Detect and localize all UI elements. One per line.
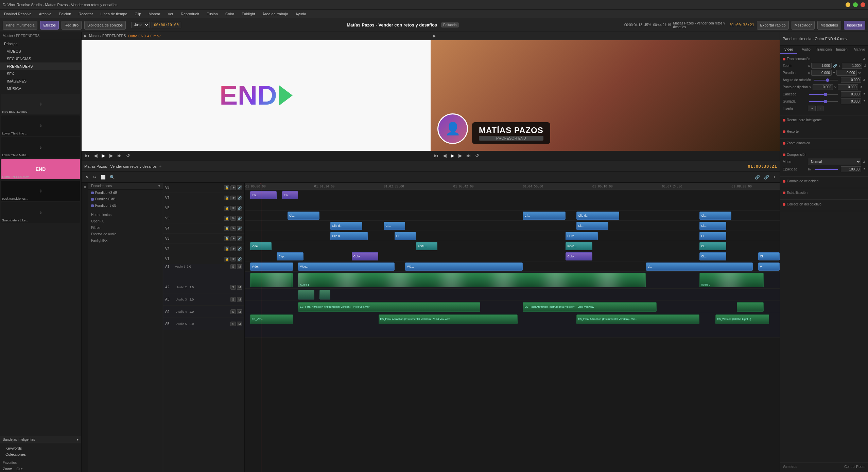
pos-x-input[interactable] bbox=[811, 70, 832, 76]
clip-a4-1[interactable]: ES_Fatal Attraction (Instrumental Versio… bbox=[379, 314, 518, 324]
playhead[interactable] bbox=[261, 183, 261, 472]
v6-link[interactable]: 🔗 bbox=[237, 206, 242, 211]
window-controls[interactable] bbox=[846, 2, 865, 7]
a1-s[interactable]: S bbox=[230, 264, 236, 269]
menu-clip[interactable]: Clip bbox=[133, 11, 142, 17]
clip-v4-3[interactable]: Cl... bbox=[699, 232, 726, 240]
v1-link[interactable]: 🔗 bbox=[237, 257, 242, 261]
a1-m[interactable]: M bbox=[237, 264, 242, 269]
clip-v4-0[interactable]: Clip d... bbox=[330, 232, 368, 240]
keywords-item[interactable]: Keywords bbox=[3, 445, 79, 451]
yaw-reset[interactable]: ↺ bbox=[863, 99, 865, 103]
tools-item-0[interactable]: Herramientas bbox=[91, 212, 160, 218]
clip-v5-1[interactable]: Cl... bbox=[384, 222, 405, 230]
zoom-reset[interactable]: ↺ bbox=[864, 64, 866, 68]
menu-recortar[interactable]: Recortar bbox=[77, 11, 94, 17]
menu-davinci[interactable]: DaVinci Resolve bbox=[3, 11, 33, 17]
clip-v3-2[interactable]: FOM... bbox=[566, 242, 592, 250]
nav-sfx[interactable]: SFX bbox=[0, 70, 81, 77]
nav-prerenders[interactable]: PRERENDERS bbox=[0, 62, 81, 70]
fit-dropdown[interactable]: Justa bbox=[131, 22, 150, 28]
menu-ayuda[interactable]: Ayuda bbox=[294, 11, 308, 17]
v6-lock[interactable]: 🔒 bbox=[224, 206, 229, 211]
preview-left-canvas[interactable]: END bbox=[82, 40, 431, 151]
tools-item-5[interactable]: FairlightFX bbox=[91, 237, 160, 244]
tools-item-2[interactable]: OpenFX bbox=[91, 218, 160, 224]
clip-v1-0[interactable]: Vide... bbox=[250, 262, 293, 271]
efectos-button[interactable]: Efectos bbox=[40, 21, 59, 30]
clip-a3-1[interactable]: ES_Fatal Attraction (Instrumental Versio… bbox=[523, 302, 657, 312]
v2-lock[interactable]: 🔒 bbox=[224, 247, 229, 251]
opacity-input[interactable] bbox=[841, 166, 861, 172]
timeline-magnet-tool[interactable]: 🔗 bbox=[763, 174, 770, 180]
media-item-4[interactable]: ♪ pack transiciones... bbox=[1, 181, 80, 201]
a3-s[interactable]: S bbox=[230, 297, 236, 302]
smart-bins-header[interactable]: Bandejas inteligentes ▾ bbox=[0, 436, 81, 443]
media-item-5[interactable]: ♪ Suscríbete y Like... bbox=[1, 202, 80, 223]
clip-v4-1[interactable]: Cl... bbox=[395, 232, 416, 240]
v6-eye[interactable]: 👁 bbox=[230, 206, 236, 211]
nav-imagenes[interactable]: IMÁGENES bbox=[0, 77, 81, 85]
menu-edicion[interactable]: Edición bbox=[57, 11, 72, 17]
opacity-reset[interactable]: ↺ bbox=[863, 167, 865, 171]
collections-item[interactable]: Colecciones bbox=[3, 451, 79, 457]
a5-m[interactable]: M bbox=[237, 322, 242, 326]
a5-s[interactable]: S bbox=[230, 322, 236, 326]
tab-audio[interactable]: Audio bbox=[797, 46, 815, 54]
zoom-y-input[interactable] bbox=[842, 63, 862, 69]
v8-eye[interactable]: 👁 bbox=[230, 185, 236, 190]
chain-item-0[interactable]: Fundido +3 dB bbox=[88, 189, 163, 196]
step-forward-button-r[interactable]: ▶ bbox=[457, 152, 464, 159]
a2-m[interactable]: M bbox=[237, 285, 242, 290]
media-item-3[interactable]: END Outro END 4.0.mov bbox=[1, 159, 80, 179]
clip-a1-1[interactable]: Audio 1 bbox=[298, 273, 646, 287]
menu-ver[interactable]: Ver bbox=[167, 11, 175, 17]
clip-v2-0[interactable]: Clip... bbox=[277, 252, 303, 260]
v2-eye[interactable]: 👁 bbox=[230, 247, 236, 251]
chain-item-1[interactable]: Fundido 0 dB bbox=[88, 196, 163, 202]
export-button[interactable]: Exportar rápido bbox=[757, 21, 788, 30]
v8-link[interactable]: 🔗 bbox=[237, 185, 242, 190]
mode-reset[interactable]: ↺ bbox=[863, 160, 865, 164]
v8-lock[interactable]: 🔒 bbox=[224, 185, 229, 190]
timeline-zoom-tool[interactable]: 🔍 bbox=[108, 174, 116, 180]
clip-v1-3[interactable]: V... bbox=[646, 262, 753, 271]
clip-a2-1[interactable] bbox=[319, 290, 330, 299]
left-timecode[interactable]: 00:00:10:00 bbox=[152, 22, 181, 28]
menu-fairlight[interactable]: Fairlight bbox=[240, 11, 256, 17]
nav-principal[interactable]: Principal bbox=[0, 40, 81, 48]
media-item-0[interactable]: ♪ Intro END 4.0.mov bbox=[1, 94, 80, 114]
biblioteca-button[interactable]: Biblioteca de sonidos bbox=[84, 21, 126, 30]
timeline-tracks-content[interactable]: 01:00:00:00 01:01:14:00 01:02:28:00 01:0… bbox=[245, 183, 780, 472]
pos-y-input[interactable] bbox=[836, 70, 857, 76]
clip-v5-3[interactable]: Cl... bbox=[699, 222, 726, 230]
clip-v3-3[interactable]: Cl... bbox=[699, 242, 726, 250]
pivot-x-input[interactable] bbox=[813, 84, 833, 90]
a3-m[interactable]: M bbox=[237, 297, 242, 302]
media-item-2[interactable]: ♪ Lower Third Matia... bbox=[1, 137, 80, 158]
v1-lock[interactable]: 🔒 bbox=[224, 257, 229, 261]
clip-v6-3[interactable]: Cl... bbox=[699, 212, 731, 220]
mezclador-button[interactable]: Mezclador bbox=[792, 21, 815, 30]
pivot-reset[interactable]: ↺ bbox=[860, 85, 862, 89]
timeline-select-tool[interactable]: ⬜ bbox=[99, 174, 107, 180]
timeline-cut-tool[interactable]: ✂ bbox=[92, 174, 98, 180]
step-back-button[interactable]: ◀ bbox=[92, 152, 99, 159]
flip-v-button[interactable]: ↕ bbox=[817, 106, 823, 111]
tab-video[interactable]: Video bbox=[780, 46, 797, 54]
registro-button[interactable]: Registro bbox=[62, 21, 82, 30]
menu-linea[interactable]: Línea de tiempo bbox=[99, 11, 128, 17]
v3-eye[interactable]: 👁 bbox=[230, 236, 236, 241]
clip-a4-0[interactable]: ES_Viv... bbox=[250, 314, 293, 324]
skip-end-button[interactable]: ⏭ bbox=[116, 152, 123, 159]
tab-archivo[interactable]: Archivo bbox=[851, 46, 868, 54]
yaw-input[interactable] bbox=[841, 98, 861, 104]
rotation-reset[interactable]: ↺ bbox=[863, 78, 865, 82]
flip-h-button[interactable]: ↔ bbox=[808, 106, 816, 111]
reset-transformation[interactable]: ↺ bbox=[863, 57, 865, 61]
clip-v6-1[interactable]: Cl... bbox=[523, 212, 566, 220]
nav-secuencias[interactable]: SECUENCIAS bbox=[0, 55, 81, 62]
clip-v1-2[interactable]: Vid... bbox=[405, 262, 523, 271]
skip-start-button[interactable]: ⏮ bbox=[84, 152, 91, 159]
menu-color[interactable]: Color bbox=[224, 11, 236, 17]
